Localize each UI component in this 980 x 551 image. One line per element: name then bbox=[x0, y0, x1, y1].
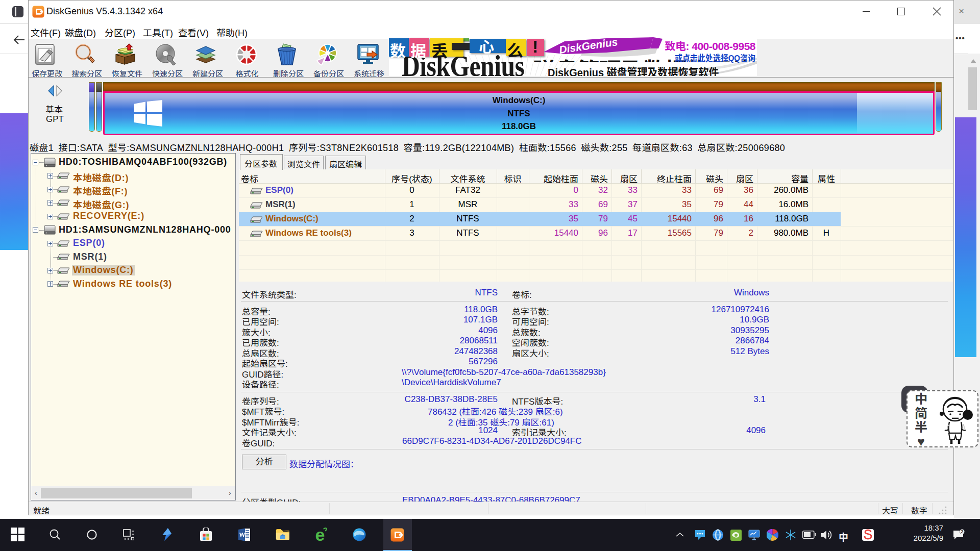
svg-text:2: 2 bbox=[961, 529, 963, 534]
svg-text:e: e bbox=[315, 527, 325, 542]
